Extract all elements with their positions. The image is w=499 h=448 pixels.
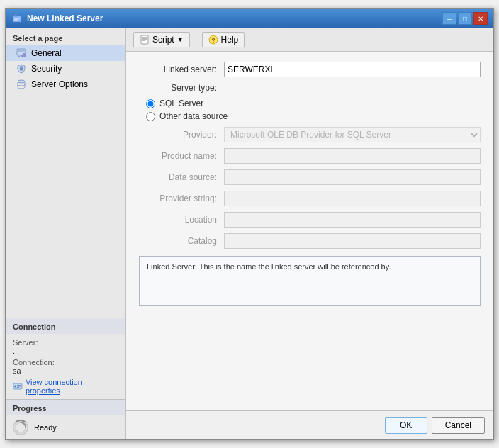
restore-button[interactable]: □	[458, 12, 472, 25]
dialog-body: Select a page General	[6, 28, 493, 439]
sidebar-label-security: Security	[31, 64, 62, 74]
linked-server-input[interactable]	[224, 62, 481, 77]
cancel-button[interactable]: Cancel	[432, 417, 485, 434]
svg-text:?: ?	[211, 37, 215, 44]
security-icon	[16, 63, 27, 74]
other-source-radio[interactable]	[146, 112, 155, 121]
svg-point-6	[18, 50, 20, 51]
dialog-title: New Linked Server	[27, 13, 103, 23]
dialog-icon	[11, 13, 23, 24]
location-input[interactable]	[224, 212, 481, 228]
svg-point-8	[22, 50, 23, 51]
product-name-input[interactable]	[224, 148, 481, 164]
sidebar-header: Select a page	[6, 28, 125, 45]
script-icon	[140, 35, 150, 45]
dialog-window: New Linked Server – □ ✕ Select a page	[5, 8, 494, 440]
main-content: Script ▼ ? Help Linked server:	[126, 28, 493, 439]
svg-rect-1	[14, 14, 17, 16]
script-button[interactable]: Script ▼	[133, 32, 190, 47]
info-box: Linked Server: This is the name the link…	[139, 256, 481, 306]
linked-server-row: Linked server:	[139, 62, 481, 77]
title-buttons: – □ ✕	[442, 12, 488, 25]
form-area: Linked server: Server type: SQL Server O	[126, 52, 493, 410]
product-name-label: Product name:	[139, 151, 224, 161]
connection-section: Connection Server: . Connection: sa	[6, 318, 125, 399]
provider-string-input[interactable]	[224, 191, 481, 206]
view-connection-properties-link[interactable]: View connection properties	[13, 378, 118, 395]
progress-header: Progress	[6, 400, 125, 415]
svg-point-16	[14, 386, 16, 388]
connection-content: Server: . Connection: sa	[6, 334, 125, 399]
sidebar-item-security[interactable]: Security	[6, 61, 125, 77]
connection-header: Connection	[6, 318, 125, 334]
minimize-button[interactable]: –	[442, 12, 456, 25]
server-type-label: Server type:	[139, 83, 224, 93]
script-dropdown-icon: ▼	[177, 36, 184, 43]
radio-group: SQL Server Other data source	[146, 99, 481, 121]
provider-string-row: Provider string:	[139, 191, 481, 206]
connection-label: Connection:	[13, 358, 118, 366]
toolbar: Script ▼ ? Help	[126, 28, 493, 52]
script-label: Script	[152, 35, 174, 45]
help-icon: ?	[208, 35, 218, 45]
server-type-row: Server type:	[139, 83, 481, 93]
ok-button[interactable]: OK	[385, 417, 427, 434]
title-bar-left: New Linked Server	[11, 13, 103, 24]
connection-properties-icon	[13, 381, 23, 391]
product-name-row: Product name:	[139, 148, 481, 164]
svg-rect-11	[23, 53, 26, 57]
linked-server-label: Linked server:	[139, 65, 224, 74]
other-source-radio-label: Other data source	[159, 111, 228, 121]
progress-spinner	[13, 420, 28, 435]
data-source-row: Data source:	[139, 169, 481, 185]
server-options-icon	[16, 79, 27, 90]
help-button[interactable]: ? Help	[202, 32, 245, 47]
progress-status: Ready	[34, 423, 57, 432]
toolbar-separator	[196, 33, 196, 46]
progress-content: Ready	[6, 415, 125, 439]
sql-server-radio[interactable]	[146, 99, 155, 108]
sidebar-item-server-options[interactable]: Server Options	[6, 77, 125, 92]
provider-string-label: Provider string:	[139, 194, 224, 203]
title-bar: New Linked Server – □ ✕	[6, 9, 493, 28]
catalog-row: Catalog	[139, 233, 481, 249]
close-button[interactable]: ✕	[473, 12, 488, 25]
view-connection-properties-label: View connection properties	[26, 378, 118, 395]
server-label: Server:	[13, 338, 118, 347]
svg-point-7	[21, 50, 22, 51]
location-label: Location	[139, 215, 224, 225]
help-label: Help	[221, 35, 239, 45]
sidebar-item-general[interactable]: General	[6, 45, 125, 61]
bottom-bar: OK Cancel	[126, 410, 493, 439]
provider-row: Provider: Microsoft OLE DB Provider for …	[139, 127, 481, 142]
svg-rect-10	[21, 55, 23, 57]
data-source-label: Data source:	[139, 172, 224, 182]
info-box-text: Linked Server: This is the name the link…	[147, 262, 391, 271]
sidebar: Select a page General	[6, 28, 126, 439]
progress-section: Progress Ready	[6, 399, 125, 439]
catalog-label: Catalog	[139, 236, 224, 246]
svg-rect-21	[141, 35, 148, 44]
svg-point-14	[18, 80, 25, 83]
sql-server-radio-label: SQL Server	[159, 99, 203, 108]
catalog-input[interactable]	[224, 233, 481, 249]
provider-label: Provider:	[139, 130, 224, 140]
svg-rect-9	[18, 56, 20, 57]
server-value: .	[13, 347, 118, 355]
data-source-input[interactable]	[224, 169, 481, 185]
sidebar-label-general: General	[31, 48, 62, 58]
connection-value: sa	[13, 366, 118, 375]
sidebar-label-server-options: Server Options	[31, 79, 88, 89]
provider-select[interactable]: Microsoft OLE DB Provider for SQL Server	[224, 127, 481, 142]
general-icon	[16, 47, 27, 59]
radio-sql-server: SQL Server	[146, 99, 481, 108]
location-row: Location	[139, 212, 481, 228]
svg-rect-0	[13, 16, 21, 22]
radio-other-source: Other data source	[146, 111, 481, 121]
